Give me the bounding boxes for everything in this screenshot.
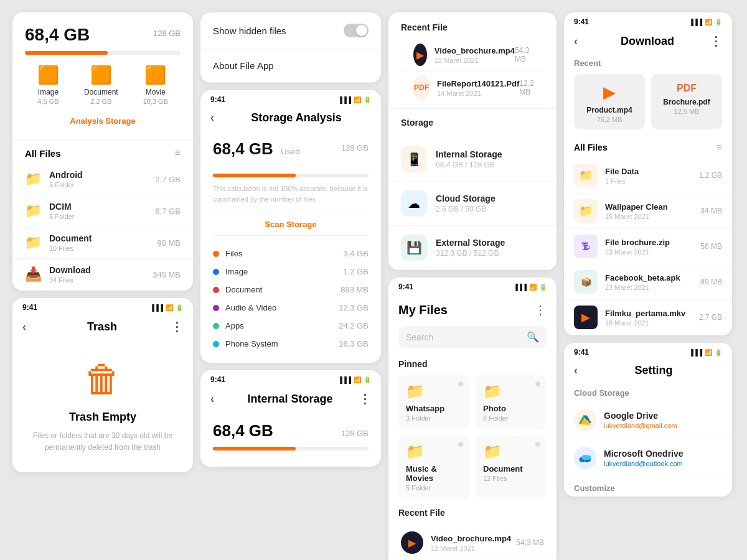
video-icon-0: ▶: [413, 44, 427, 66]
onedrive-item[interactable]: Microsoft Onedrive lukyerdiand@outlook.c…: [564, 439, 732, 477]
pinned-photo[interactable]: 📁 Photo 8 Folder: [476, 375, 547, 429]
pin-dot-3: [458, 442, 463, 447]
mf-battery-icon: 🔋: [539, 284, 547, 291]
sa-status-bar: 9:41 ▐▐▐ 📶 🔋: [200, 90, 381, 106]
about-file-app-label: About File App: [213, 60, 274, 71]
file-row-download[interactable]: 📥 Download 34 Files 345 MB: [12, 259, 193, 291]
dl-more-button[interactable]: ⋮: [710, 34, 722, 49]
sa-back-button[interactable]: ‹: [210, 111, 214, 124]
recent-file-row-0[interactable]: ▶ Video_brochure.mp4 12 Maret 2021 54,3 …: [401, 39, 544, 72]
dl-filter-icon[interactable]: ≡: [716, 142, 722, 153]
dot-audio-video: [213, 305, 219, 311]
pinned-music-movies[interactable]: 📁 Music & Movies 5 Folder: [398, 436, 469, 499]
whatsapp-folder-icon: 📁: [406, 383, 462, 400]
settings-item-hidden[interactable]: Show hidden files: [200, 12, 381, 49]
setting-app-bar: ‹ Setting: [564, 359, 732, 382]
sa-time: 9:41: [210, 95, 225, 104]
search-bar[interactable]: Search 🔍: [398, 326, 547, 348]
dot-apps: [213, 323, 219, 329]
recent-file-label: Recent File: [401, 22, 544, 32]
scan-storage-button[interactable]: Scan Storage: [213, 213, 369, 236]
setting-back-button[interactable]: ‹: [574, 364, 578, 377]
is-body: 68,4 GB 128 GB: [200, 411, 381, 467]
pinned-document[interactable]: 📁 Document 12 Files: [476, 436, 547, 499]
sa-title-bar: Storage Analysis: [222, 111, 371, 124]
dl-brochure-zip[interactable]: 🗜 File brochure.zip 23 Maret 2021 56 MB: [564, 229, 732, 264]
google-drive-item[interactable]: Google Drive lukyerdiand@gmail.com: [564, 401, 732, 439]
storage-progress-bar: [25, 51, 181, 55]
setting-time: 9:41: [574, 348, 589, 357]
trash-back-button[interactable]: ‹: [22, 320, 26, 334]
dl-facebook-apk[interactable]: 📦 Facebook_beta.apk 23 Maret 2021 89 MB: [564, 264, 732, 300]
filter-icon[interactable]: ≡: [175, 147, 181, 159]
setting-title-bar: Setting: [585, 364, 722, 377]
trash-empty-title: Trash Empty: [25, 411, 181, 424]
settings-item-about[interactable]: About File App: [200, 49, 381, 83]
trash-panel: 9:41 ▐▐▐ 📶 🔋 ‹ Trash ⋮ 🗑 Trash Empty Fil…: [12, 298, 193, 472]
is-back-button[interactable]: ‹: [210, 393, 214, 406]
trash-empty-desc: Files or folders that are 30 days old wi…: [25, 430, 181, 454]
dl-back-button[interactable]: ‹: [574, 35, 578, 48]
storage-section-label: Storage: [401, 118, 544, 128]
battery-icon: 🔋: [176, 304, 183, 311]
myfiles-time: 9:41: [398, 282, 413, 291]
dl-thumb-pdf[interactable]: PDF Brochure.pdf 12,5 MB: [651, 74, 722, 129]
wifi-icon: 📶: [166, 304, 173, 311]
document-folder-icon: 📁: [483, 443, 539, 460]
myfiles-status-icons: ▐▐▐ 📶 🔋: [514, 284, 547, 291]
dl-apk-icon: 📦: [574, 270, 598, 294]
pinned-whatsapp[interactable]: 📁 Whatsapp 3 Folder: [398, 375, 469, 429]
file-type-document: 🟧 Document 2,2 GB: [84, 65, 118, 105]
storage-card-internal[interactable]: 📱 Internal Storage 68,4 GB / 128 GB: [388, 138, 557, 182]
sa-signal-icon: ▐▐▐: [338, 96, 351, 103]
cat-document: Document 893 MB: [213, 281, 369, 299]
search-placeholder: Search: [406, 332, 527, 342]
dl-zip-icon: 🗜: [574, 235, 598, 258]
myfiles-recent-0[interactable]: ▶ Video_brochure.mp4 12 Maret 2021 54,3 …: [388, 526, 557, 559]
column-2: Show hidden files About File App 9:41 ▐▐…: [200, 12, 381, 467]
dl-thumb-video[interactable]: ▶ Product.mp4 76,2 MB: [574, 74, 645, 129]
setting-wifi-icon: 📶: [705, 349, 712, 356]
pinned-label: Pinned: [398, 359, 547, 369]
trash-more-button[interactable]: ⋮: [171, 319, 183, 334]
dl-mkv-icon: ▶: [574, 306, 598, 329]
trash-time: 9:41: [22, 303, 37, 312]
storage-card-cloud[interactable]: ☁ Cloud Storage 2,6 GB / 50 GB: [388, 182, 557, 226]
column-1: 68,4 GB 128 GB 🟧 Image 4,5 GB 🟧 Document…: [12, 12, 193, 472]
storage-card-external[interactable]: 💾 External Storage 312,3 GB / 512 GB: [388, 226, 557, 270]
dot-phone-system: [213, 341, 219, 347]
cat-image: Image 1,2 GB: [213, 263, 369, 281]
svg-point-3: [586, 455, 591, 460]
is-total: 128 GB: [341, 429, 369, 438]
my-files-title: My Files: [398, 303, 448, 317]
file-row-android[interactable]: 📁 Android 3 Folder 2,7 GB: [12, 164, 193, 195]
download-panel: 9:41 ▐▐▐ 📶 🔋 ‹ Download ⋮ Recent ▶ Produ…: [564, 12, 732, 335]
file-row-document[interactable]: 📁 Document 10 Files 98 MB: [12, 227, 193, 259]
myfiles-more-button[interactable]: ⋮: [534, 302, 547, 317]
internal-storage-icon: 📱: [401, 146, 427, 172]
pin-dot-4: [535, 442, 540, 447]
dl-filmku-mkv[interactable]: ▶ Filmku_pertama.mkv 18 Maret 2021 2,7 G…: [564, 300, 732, 335]
all-files-header: All Files ≡: [12, 140, 193, 164]
myfiles-video-icon: ▶: [401, 531, 423, 554]
folder-icon-android: 📁: [25, 171, 42, 187]
my-files-header: My Files ⋮: [388, 294, 557, 324]
file-row-dcim[interactable]: 📁 DCIM 5 Folder 6,7 GB: [12, 195, 193, 227]
recent-file-row-1[interactable]: PDF FileReport140121.Pdf 14 Maret 2021 1…: [401, 72, 544, 105]
myfiles-status-bar: 9:41 ▐▐▐ 📶 🔋: [388, 278, 557, 294]
storage-total: 128 GB: [153, 29, 181, 38]
hidden-files-toggle[interactable]: [344, 24, 369, 37]
file-type-image: 🟧 Image 4,5 GB: [37, 65, 59, 105]
trash-title-bar: Trash: [34, 320, 171, 334]
dl-wallpaper[interactable]: 📁 Wallpaper Clean 16 Maret 2021 34 MB: [564, 194, 732, 229]
dot-image: [213, 269, 219, 275]
is-more-button[interactable]: ⋮: [359, 391, 371, 406]
pin-dot-2: [535, 381, 540, 386]
cat-apps: Apps 24,2 GB: [213, 317, 369, 335]
file-type-movie: 🟧 Movie 10,3 GB: [143, 65, 168, 105]
dl-app-bar: ‹ Download ⋮: [564, 29, 732, 54]
dl-file-data[interactable]: 📁 File Data 1 Files 1,2 GB: [564, 158, 732, 194]
sa-used-label: Used: [281, 147, 299, 156]
analysis-storage-button[interactable]: Analysis Storage: [25, 113, 181, 129]
dl-recent-label: Recent: [564, 54, 732, 72]
